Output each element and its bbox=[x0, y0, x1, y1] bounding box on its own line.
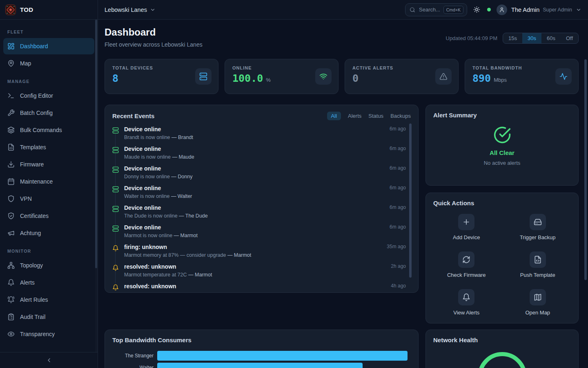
sidebar: TOD FLEETDashboardMapMANAGEConfig Editor… bbox=[0, 0, 98, 368]
stats-row: TOTAL DEVICES8ONLINE100.0%ACTIVE ALERTS0… bbox=[105, 59, 579, 94]
bandwidth-panel: Top Bandwidth Consumers The StrangerWalt… bbox=[105, 330, 419, 368]
event-title: Device online bbox=[124, 165, 385, 172]
network-health-panel: Network Health 100 bbox=[425, 330, 579, 368]
bell-ring-icon bbox=[7, 296, 15, 303]
refresh-cw-icon bbox=[458, 251, 474, 268]
alert-summary-status: All Clear bbox=[490, 149, 514, 156]
quick-action-trigger-backup[interactable]: Trigger Backup bbox=[520, 214, 556, 240]
server-icon bbox=[112, 147, 119, 153]
avatar[interactable] bbox=[497, 4, 507, 15]
sidebar-item-bulk-commands[interactable]: Bulk Commands bbox=[3, 122, 94, 138]
events-scrollbar[interactable] bbox=[409, 123, 412, 278]
event-message: Marmot memory at 87% — consider upgrade … bbox=[124, 252, 382, 258]
quick-action-add-device[interactable]: Add Device bbox=[453, 214, 480, 240]
quick-action-check-firmware[interactable]: Check Firmware bbox=[447, 251, 486, 278]
refresh-option-15s[interactable]: 15s bbox=[503, 33, 522, 43]
refresh-option-30s[interactable]: 30s bbox=[522, 33, 541, 43]
sidebar-item-templates[interactable]: Templates bbox=[3, 139, 94, 155]
event-row[interactable]: resolved: unknownMarmot temperature at 7… bbox=[112, 263, 406, 283]
events-filter-status[interactable]: Status bbox=[368, 113, 383, 119]
page-scrollbar[interactable] bbox=[584, 59, 587, 280]
sidebar-item-transparency[interactable]: Transparency bbox=[3, 326, 94, 342]
event-time: 6m ago bbox=[390, 165, 406, 185]
check-circle-icon bbox=[493, 126, 511, 144]
event-row[interactable]: Device onlineThe Dude is now online — Th… bbox=[112, 204, 406, 224]
layout-dashboard-icon bbox=[7, 43, 15, 50]
sidebar-item-map[interactable]: Map bbox=[3, 55, 94, 72]
event-time: 4h ago bbox=[391, 283, 406, 290]
chevron-down-icon[interactable] bbox=[576, 7, 581, 13]
sidebar-item-maintenance[interactable]: Maintenance bbox=[3, 173, 94, 190]
sidebar-item-config-editor[interactable]: Config Editor bbox=[3, 88, 94, 104]
quick-action-view-alerts[interactable]: View Alerts bbox=[453, 289, 479, 316]
events-filter-alerts[interactable]: Alerts bbox=[348, 113, 361, 119]
search-input[interactable] bbox=[418, 6, 441, 13]
alert-summary-detail: No active alerts bbox=[484, 160, 521, 166]
sidebar-item-alerts[interactable]: Alerts bbox=[3, 274, 94, 291]
sidebar-collapse-button[interactable] bbox=[0, 352, 98, 368]
theme-toggle-button[interactable] bbox=[473, 6, 480, 13]
refresh-option-60s[interactable]: 60s bbox=[541, 33, 561, 43]
wifi-icon bbox=[315, 68, 332, 85]
stat-card-online: ONLINE100.0% bbox=[225, 59, 339, 94]
event-row[interactable]: firing: unknownMarmot memory at 87% — co… bbox=[112, 244, 406, 263]
bell-icon bbox=[112, 284, 119, 290]
event-title: firing: unknown bbox=[124, 244, 382, 251]
event-row[interactable]: resolved: unknown4h ago bbox=[112, 283, 406, 290]
chevron-left-icon bbox=[46, 357, 52, 364]
bandwidth-bar-label: Walter bbox=[108, 365, 157, 368]
recent-events-title: Recent Events bbox=[112, 112, 154, 119]
sidebar-item-label: Transparency bbox=[20, 331, 55, 337]
sidebar-scrollbar[interactable] bbox=[95, 20, 97, 268]
event-row[interactable]: Device onlineMarmot is now online — Marm… bbox=[112, 224, 406, 244]
search-box[interactable]: Cmd+K bbox=[405, 3, 467, 16]
calendar-icon bbox=[7, 178, 15, 185]
event-time: 6m ago bbox=[390, 185, 406, 204]
quick-action-open-map[interactable]: Open Map bbox=[525, 289, 550, 316]
sidebar-item-vpn[interactable]: VPN bbox=[3, 191, 94, 207]
event-title: Device online bbox=[124, 204, 385, 211]
bandwidth-title: Top Bandwidth Consumers bbox=[112, 337, 192, 343]
stat-value: 0 bbox=[352, 73, 359, 84]
stat-card-active-alerts: ACTIVE ALERTS0 bbox=[345, 59, 459, 94]
event-row[interactable]: Device onlineMaude is now online — Maude… bbox=[112, 146, 406, 165]
sidebar-header: TOD bbox=[0, 0, 98, 20]
network-icon bbox=[7, 262, 15, 269]
connection-status-dot bbox=[487, 8, 491, 11]
terminal-icon bbox=[7, 92, 15, 99]
sidebar-item-label: Alert Rules bbox=[20, 296, 48, 303]
app-logo-icon bbox=[5, 4, 16, 15]
eye-icon bbox=[7, 330, 15, 338]
sidebar-item-label: Dashboard bbox=[20, 43, 48, 49]
quick-actions-panel: Quick Actions Add DeviceTrigger BackupCh… bbox=[425, 193, 579, 323]
activity-icon bbox=[555, 68, 572, 85]
server-icon bbox=[112, 225, 119, 232]
sidebar-item-alert-rules[interactable]: Alert Rules bbox=[3, 292, 94, 308]
megaphone-icon bbox=[7, 229, 15, 237]
sidebar-item-audit-trail[interactable]: Audit Trail bbox=[3, 309, 94, 325]
plus-icon bbox=[458, 214, 474, 230]
sidebar-item-batch-config[interactable]: Batch Config bbox=[3, 105, 94, 121]
sidebar-item-achtung[interactable]: Achtung bbox=[3, 225, 94, 241]
quick-action-push-template[interactable]: Push Template bbox=[520, 251, 555, 278]
sidebar-item-certificates[interactable]: Certificates bbox=[3, 208, 94, 224]
refresh-option-off[interactable]: Off bbox=[561, 33, 578, 43]
user-name: The Admin bbox=[511, 7, 539, 13]
event-row[interactable]: Device onlineWalter is now online — Walt… bbox=[112, 185, 406, 204]
event-time: 6m ago bbox=[390, 224, 406, 244]
sidebar-item-firmware[interactable]: Firmware bbox=[3, 156, 94, 173]
sidebar-item-topology[interactable]: Topology bbox=[3, 257, 94, 274]
event-row[interactable]: Device onlineBrandt is now online — Bran… bbox=[112, 126, 406, 146]
org-switcher[interactable]: Lebowski Lanes bbox=[105, 7, 156, 13]
map-pin-icon bbox=[7, 60, 15, 67]
events-filter-all[interactable]: All bbox=[327, 112, 341, 120]
clipboard-list-icon bbox=[7, 313, 15, 321]
sidebar-nav: FLEETDashboardMapMANAGEConfig EditorBatc… bbox=[0, 20, 98, 342]
sidebar-item-dashboard[interactable]: Dashboard bbox=[3, 38, 94, 54]
events-filter-backups[interactable]: Backups bbox=[390, 113, 411, 119]
bandwidth-bar-row: Walter bbox=[108, 363, 412, 368]
event-time: 6m ago bbox=[390, 126, 406, 146]
nav-section-label: MONITOR bbox=[3, 242, 94, 256]
event-message: Marmot temperature at 72C — Marmot bbox=[124, 272, 386, 278]
event-row[interactable]: Device onlineDonny is now online — Donny… bbox=[112, 165, 406, 185]
